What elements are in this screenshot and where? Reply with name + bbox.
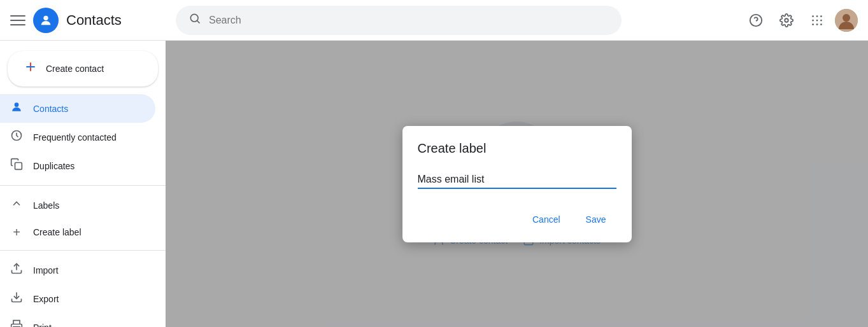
svg-point-14: [820, 24, 822, 25]
sidebar-divider-2: [0, 250, 166, 251]
sidebar-export-label: Export: [33, 294, 59, 304]
sidebar-contacts-label: Contacts: [33, 104, 68, 114]
chevron-up-icon: [10, 197, 23, 213]
app-logo: [33, 8, 59, 33]
sidebar-create-label-text: Create label: [33, 227, 82, 237]
search-bar: [176, 6, 622, 35]
modal-overlay[interactable]: Create label Cancel Save: [166, 41, 868, 327]
svg-point-6: [812, 15, 814, 17]
search-icon: [189, 12, 201, 28]
svg-point-5: [785, 18, 788, 22]
sidebar-labels-section[interactable]: Labels: [0, 191, 166, 219]
svg-point-0: [43, 15, 48, 20]
sidebar-item-frequently-contacted[interactable]: Frequently contacted: [0, 123, 155, 151]
dialog-actions: Cancel Save: [418, 209, 616, 230]
sidebar-item-export[interactable]: Export: [0, 284, 155, 313]
sidebar-create-label[interactable]: + Create label: [0, 219, 166, 245]
svg-point-7: [816, 15, 818, 17]
sidebar-item-import[interactable]: Import: [0, 256, 155, 284]
search-input[interactable]: [209, 15, 609, 26]
dialog-title: Create label: [418, 141, 616, 156]
cancel-button[interactable]: Cancel: [522, 209, 571, 230]
app-title: Contacts: [66, 12, 122, 29]
create-contact-label: Create contact: [46, 64, 104, 74]
svg-point-10: [816, 19, 818, 21]
sidebar-item-duplicates[interactable]: Duplicates: [0, 151, 155, 180]
sidebar-labels-label: Labels: [33, 200, 59, 211]
help-button[interactable]: [743, 8, 769, 33]
svg-point-16: [843, 14, 850, 22]
label-name-input[interactable]: [418, 171, 616, 188]
main-layout: Create contact Contacts Frequently conta…: [0, 41, 868, 327]
dialog-input-wrap: [418, 171, 616, 189]
sidebar-item-print[interactable]: Print: [0, 313, 155, 327]
topbar: Contacts: [0, 0, 868, 41]
plus-multicolor-icon: [23, 61, 38, 76]
sidebar-import-label: Import: [33, 265, 59, 275]
save-button[interactable]: Save: [576, 209, 616, 230]
create-label-dialog: Create label Cancel Save: [402, 126, 632, 242]
sidebar-print-label: Print: [33, 323, 52, 328]
svg-point-11: [820, 19, 822, 21]
main-content: No contacts yet Create contact Import: [166, 41, 868, 327]
topbar-left: Contacts: [10, 8, 176, 33]
sidebar-item-contacts[interactable]: Contacts: [0, 94, 155, 123]
clock-icon: [10, 129, 23, 145]
print-icon: [10, 319, 23, 327]
plus-icon: +: [10, 226, 23, 239]
apps-button[interactable]: [804, 8, 830, 33]
svg-point-1: [190, 14, 198, 22]
copy-icon: [10, 158, 23, 174]
svg-point-8: [820, 15, 822, 17]
user-avatar[interactable]: [835, 9, 858, 32]
svg-line-2: [197, 21, 200, 24]
download-icon: [10, 291, 23, 307]
svg-rect-19: [15, 163, 22, 170]
svg-point-12: [812, 24, 814, 25]
menu-icon[interactable]: [10, 13, 25, 28]
upload-icon: [10, 262, 23, 278]
svg-point-13: [816, 24, 818, 25]
sidebar-divider-1: [0, 185, 166, 186]
sidebar: Create contact Contacts Frequently conta…: [0, 41, 166, 327]
sidebar-frequently-label: Frequently contacted: [33, 132, 117, 143]
sidebar-duplicates-label: Duplicates: [33, 161, 75, 171]
person-icon: [10, 101, 23, 116]
svg-point-17: [15, 102, 19, 107]
topbar-right: [743, 8, 858, 33]
svg-point-9: [812, 19, 814, 21]
create-contact-button[interactable]: Create contact: [8, 51, 158, 87]
settings-button[interactable]: [774, 8, 799, 33]
